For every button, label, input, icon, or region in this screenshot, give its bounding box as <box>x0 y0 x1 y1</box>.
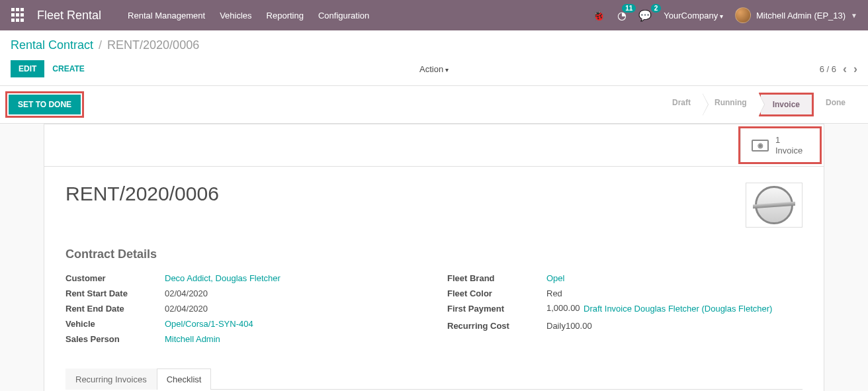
first-payment-amount: 1,000.00 <box>546 303 772 313</box>
money-icon: ◉ <box>752 140 769 152</box>
label-end-date: Rent End Date <box>65 304 165 314</box>
status-bar: Set to Done Draft Running Invoice Done <box>0 86 868 124</box>
discuss-icon[interactable]: 💬2 <box>638 9 652 22</box>
label-fleet-brand: Fleet Brand <box>447 273 546 283</box>
control-panel: Rental Contract / RENT/2020/0006 Edit Cr… <box>0 30 868 86</box>
pager-next-icon[interactable]: › <box>853 62 857 76</box>
create-button[interactable]: Create <box>44 60 92 77</box>
details-left-column: CustomerDeco Addict, Douglas Fletcher Re… <box>65 273 421 349</box>
label-recurring-cost: Recurring Cost <box>447 321 546 331</box>
activities-icon[interactable]: ◔11 <box>617 9 627 22</box>
status-running[interactable]: Running <box>703 93 759 116</box>
label-first-payment: First Payment <box>447 304 546 314</box>
notebook-tabs: Recurring Invoices Checklist <box>65 368 803 390</box>
pager: 6 / 6 ‹ › <box>820 62 857 76</box>
value-fleet-color: Red <box>546 288 803 298</box>
label-customer: Customer <box>65 273 165 283</box>
status-invoice[interactable]: Invoice <box>761 95 812 114</box>
menu-reporting[interactable]: Reporting <box>267 11 304 21</box>
bug-icon[interactable]: 🐞 <box>592 9 605 22</box>
menu-rental-management[interactable]: Rental Management <box>128 11 205 21</box>
opel-logo-icon <box>755 186 793 224</box>
menu-configuration[interactable]: Configuration <box>318 11 369 21</box>
label-fleet-color: Fleet Color <box>447 288 546 298</box>
form-sheet: ◉ 1 Invoice RENT/2020/0006 Contract Deta… <box>44 124 824 391</box>
breadcrumb-separator: / <box>99 38 102 52</box>
main-menu: Rental Management Vehicles Reporting Con… <box>128 11 592 21</box>
top-navbar: Fleet Rental Rental Management Vehicles … <box>0 0 868 30</box>
button-box: ◉ 1 Invoice <box>44 124 824 167</box>
label-sales-person: Sales Person <box>65 334 165 344</box>
label-start-date: Rent Start Date <box>65 288 165 298</box>
highlight-status-invoice: Invoice <box>759 93 814 116</box>
pager-prev-icon[interactable]: ‹ <box>843 62 847 76</box>
value-customer[interactable]: Deco Addict, Douglas Fletcher <box>165 273 421 283</box>
apps-icon[interactable] <box>11 7 26 23</box>
status-steps: Draft Running Invoice Done <box>660 93 857 116</box>
user-name: Mitchell Admin (EP_13) <box>756 11 846 21</box>
tab-recurring-invoices[interactable]: Recurring Invoices <box>65 369 157 390</box>
label-vehicle: Vehicle <box>65 319 165 329</box>
value-vehicle[interactable]: Opel/Corsa/1-SYN-404 <box>165 319 421 329</box>
systray: 🐞 ◔11 💬2 YourCompany Mitchell Admin (EP_… <box>592 7 857 23</box>
pager-text: 6 / 6 <box>820 64 836 74</box>
details-right-column: Fleet BrandOpel Fleet ColorRed First Pay… <box>447 273 803 349</box>
record-title: RENT/2020/0006 <box>65 183 219 205</box>
form-view: ◉ 1 Invoice RENT/2020/0006 Contract Deta… <box>0 124 868 391</box>
chevron-down-icon: ▼ <box>851 12 857 19</box>
status-draft[interactable]: Draft <box>660 93 703 116</box>
value-start-date: 02/04/2020 <box>165 288 421 298</box>
status-done[interactable]: Done <box>814 93 857 116</box>
breadcrumb-parent[interactable]: Rental Contract <box>11 38 93 52</box>
tab-checklist[interactable]: Checklist <box>157 369 212 390</box>
discuss-badge: 2 <box>651 4 662 13</box>
user-menu[interactable]: Mitchell Admin (EP_13) ▼ <box>735 7 857 23</box>
invoice-count: 1 <box>775 135 803 146</box>
section-contract-details: Contract Details <box>65 247 803 261</box>
set-to-done-button[interactable]: Set to Done <box>9 95 81 114</box>
brand-logo <box>746 183 803 228</box>
invoice-stat-button[interactable]: ◉ 1 Invoice <box>740 128 820 162</box>
edit-button[interactable]: Edit <box>11 60 44 77</box>
breadcrumb-current: RENT/2020/0006 <box>107 38 199 52</box>
value-sales-person[interactable]: Mitchell Admin <box>165 334 421 344</box>
value-recurring-cost: Daily100.00 <box>546 321 803 331</box>
highlight-set-to-done: Set to Done <box>5 91 84 118</box>
value-fleet-brand[interactable]: Opel <box>546 273 803 283</box>
menu-vehicles[interactable]: Vehicles <box>220 11 251 21</box>
activities-badge: 11 <box>622 4 636 13</box>
invoice-label: Invoice <box>775 146 803 156</box>
action-dropdown[interactable]: Action <box>419 64 449 74</box>
avatar <box>735 7 751 23</box>
value-end-date: 02/04/2020 <box>165 304 421 314</box>
highlight-invoice-stat: ◉ 1 Invoice <box>738 126 822 164</box>
company-switcher[interactable]: YourCompany <box>664 11 723 21</box>
breadcrumb: Rental Contract / RENT/2020/0006 <box>11 30 857 55</box>
app-brand: Fleet Rental <box>37 9 101 22</box>
